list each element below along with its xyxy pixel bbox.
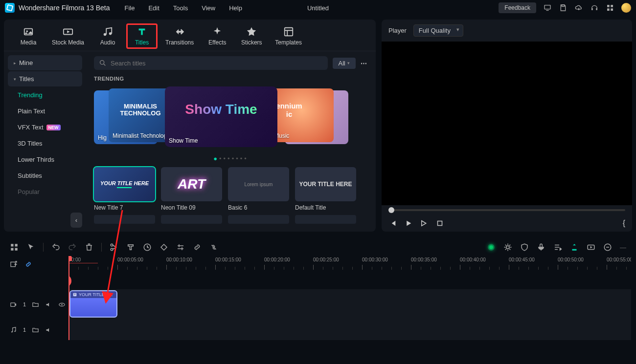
video-track-1[interactable]: YOUR TITLE H...: [68, 289, 631, 320]
sidebar-3d-titles[interactable]: 3D Titles: [8, 136, 82, 151]
folder-icon[interactable]: [32, 301, 39, 308]
tab-templates[interactable]: Templates: [271, 24, 306, 48]
tab-effects[interactable]: Effects: [203, 24, 232, 48]
sidebar-plain-text[interactable]: Plain Text: [8, 104, 82, 119]
svg-rect-0: [545, 5, 550, 9]
scrub-bar[interactable]: [382, 205, 632, 215]
media-tabs: Media Stock Media Audio Titles Transitio…: [4, 20, 376, 51]
audio-track-1[interactable]: [68, 320, 631, 340]
featured-card-2[interactable]: MINIMALIS TECHNOLOGMinimalist Technology: [109, 88, 172, 142]
render-icon[interactable]: [587, 243, 595, 252]
sidebar-lower-thirds[interactable]: Lower Thirds: [8, 152, 82, 167]
svg-point-35: [11, 331, 13, 333]
next-frame-icon[interactable]: [420, 219, 429, 228]
svg-rect-5: [611, 5, 613, 7]
sidebar-collapse-button[interactable]: ‹: [70, 213, 82, 228]
title-clip[interactable]: YOUR TITLE H...: [69, 290, 117, 318]
music-list-icon[interactable]: [553, 243, 562, 252]
ai-icon[interactable]: [487, 243, 496, 252]
title-card-new-title-7[interactable]: YOUR TITLE HERENew Title 7: [94, 167, 155, 211]
svg-rect-16: [438, 221, 442, 226]
zoom-out-icon[interactable]: [603, 243, 612, 252]
menu-file[interactable]: File: [125, 4, 135, 12]
text-icon[interactable]: [126, 243, 135, 252]
redo-icon[interactable]: [68, 243, 77, 252]
add-track-icon[interactable]: [10, 260, 18, 268]
link-icon[interactable]: [193, 243, 202, 252]
color-icon[interactable]: [503, 243, 512, 252]
apps-icon[interactable]: [606, 3, 614, 12]
playhead[interactable]: [68, 256, 69, 340]
headset-icon[interactable]: [590, 3, 599, 12]
sidebar-popular[interactable]: Popular: [8, 184, 82, 199]
title-card-neon-title-09[interactable]: ARTNeon Title 09: [161, 167, 222, 211]
title-card-basic-6[interactable]: Lorem ipsumBasic 6: [228, 167, 289, 211]
sidebar-titles[interactable]: ▾Titles: [8, 71, 82, 86]
menu-edit[interactable]: Edit: [148, 4, 159, 12]
tab-titles[interactable]: Titles: [127, 24, 157, 48]
unlink-icon[interactable]: [209, 243, 218, 252]
shield-icon[interactable]: [520, 243, 529, 252]
featured-carousel[interactable]: HHig MINIMALIS TECHNOLOGMinimalist Techn…: [94, 86, 368, 149]
filter-all-button[interactable]: All▾: [333, 58, 356, 69]
split-icon[interactable]: [110, 243, 118, 252]
svg-rect-3: [596, 8, 597, 10]
play-icon[interactable]: [404, 219, 413, 228]
save-icon[interactable]: [559, 3, 568, 12]
sidebar-subtitles[interactable]: Subtitles: [8, 168, 82, 183]
preview-canvas[interactable]: [382, 42, 632, 205]
timeline-tracks[interactable]: 00:0000:00:05:0000:00:10:0000:00:15:0000…: [68, 256, 631, 340]
link-track-icon[interactable]: [24, 260, 32, 268]
title-card-default-title[interactable]: YOUR TITLE HEREDefault Title: [295, 167, 356, 211]
desktop-icon[interactable]: [543, 3, 552, 12]
prev-frame-icon[interactable]: [388, 219, 397, 228]
mic-icon[interactable]: [537, 243, 545, 252]
cursor-icon[interactable]: [26, 243, 35, 252]
crop-icon[interactable]: [159, 243, 168, 252]
svg-point-13: [109, 32, 112, 35]
adjust-icon[interactable]: [176, 243, 185, 252]
menu-view[interactable]: View: [202, 4, 215, 12]
svg-marker-11: [67, 30, 70, 33]
titles-sidebar: ▸Mine ▾Titles Trending Plain Text VFX Te…: [4, 51, 86, 232]
visibility-icon[interactable]: [58, 301, 66, 308]
tab-stock-media[interactable]: Stock Media: [48, 24, 88, 48]
user-avatar[interactable]: [621, 3, 631, 13]
tab-stickers[interactable]: Stickers: [237, 24, 266, 48]
carousel-dots[interactable]: ●•••••••: [94, 155, 368, 162]
featured-card-showtime[interactable]: Show TimeShow Time: [165, 86, 277, 147]
quality-select[interactable]: Full Quality: [413, 24, 463, 37]
undo-icon[interactable]: [51, 243, 60, 252]
cloud-icon[interactable]: [574, 3, 583, 12]
more-options-button[interactable]: ⋯: [361, 60, 368, 67]
scrub-handle[interactable]: [388, 207, 394, 213]
layout-icon[interactable]: [10, 243, 19, 252]
feedback-button[interactable]: Feedback: [499, 2, 536, 13]
options-icon[interactable]: {: [623, 219, 625, 228]
featured-card-4[interactable]: ennium icMusic: [270, 88, 334, 142]
menu-help[interactable]: Help: [229, 4, 242, 12]
search-titles-input[interactable]: [94, 56, 328, 70]
marker-icon[interactable]: [570, 243, 579, 252]
sidebar-mine[interactable]: ▸Mine: [8, 55, 82, 70]
mute-icon[interactable]: [45, 326, 52, 334]
folder-icon[interactable]: [32, 326, 39, 334]
tab-media[interactable]: Media: [14, 24, 43, 48]
speed-icon[interactable]: [143, 243, 152, 252]
menu-tools[interactable]: Tools: [173, 4, 188, 12]
sidebar-trending[interactable]: Trending: [8, 87, 82, 103]
library-panel: Media Stock Media Audio Titles Transitio…: [4, 20, 376, 232]
video-track-header[interactable]: 1: [5, 289, 68, 320]
audio-track-header[interactable]: 1: [5, 320, 68, 340]
time-ruler[interactable]: 00:0000:00:05:0000:00:10:0000:00:15:0000…: [68, 256, 631, 273]
tab-transitions[interactable]: Transitions: [161, 24, 198, 48]
tab-audio[interactable]: Audio: [93, 24, 122, 48]
sidebar-vfx-text[interactable]: VFX TextNEW: [8, 120, 82, 135]
titles-grid: YOUR TITLE HERENew Title 7 ARTNeon Title…: [94, 167, 368, 211]
delete-icon[interactable]: [85, 243, 93, 252]
svg-rect-7: [611, 8, 613, 11]
svg-rect-19: [11, 248, 13, 251]
section-trending-label: TRENDING: [94, 76, 368, 82]
stop-icon[interactable]: [435, 219, 444, 228]
mute-icon[interactable]: [45, 301, 52, 308]
